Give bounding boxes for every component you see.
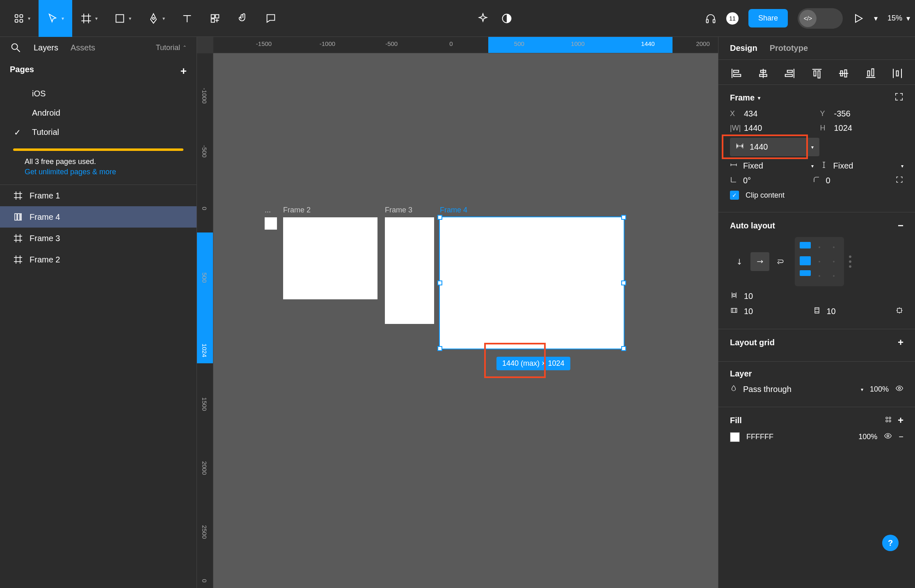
fill-swatch[interactable] <box>730 432 740 442</box>
add-layout-grid-button[interactable]: + <box>898 337 904 348</box>
headphones-icon[interactable] <box>705 13 716 24</box>
radius-input[interactable]: 0 <box>813 176 889 185</box>
align-vcenter-icon[interactable] <box>837 67 850 77</box>
blend-mode-dropdown[interactable]: Pass through▾ <box>730 385 863 394</box>
page-item-android[interactable]: Android <box>0 103 197 123</box>
hand-tool-button[interactable] <box>229 0 257 37</box>
alignment-grid[interactable] <box>795 237 844 286</box>
layer-frame-3[interactable]: Frame 3 <box>0 228 197 249</box>
layer-frame-4[interactable]: Frame 4 <box>0 206 197 228</box>
shape-tool-button[interactable]: ▾ <box>106 0 140 37</box>
padding-h-input[interactable]: 10 <box>730 306 806 317</box>
align-bottom-icon[interactable] <box>865 67 877 77</box>
height-input[interactable]: H1024 <box>820 123 904 133</box>
resources-button[interactable] <box>201 0 229 37</box>
present-button[interactable] <box>853 13 864 24</box>
frame-label[interactable]: ... <box>265 206 271 214</box>
resize-to-fit-icon[interactable] <box>894 92 904 103</box>
width-input[interactable]: |W|1440 <box>730 123 814 133</box>
resize-handle-w[interactable] <box>437 280 442 285</box>
visibility-icon[interactable] <box>895 384 904 394</box>
h-resize-dropdown[interactable]: Fixed▾ <box>730 161 814 171</box>
svg-rect-48 <box>818 71 820 78</box>
individual-corners-icon[interactable] <box>895 175 904 186</box>
gap-input[interactable]: 10 <box>730 291 814 301</box>
canvas-frame-4[interactable]: Frame 4 <box>440 217 624 349</box>
y-input[interactable]: Y-356 <box>820 109 904 119</box>
resize-handle-sw[interactable] <box>437 346 442 351</box>
comment-icon <box>265 13 277 24</box>
zoom-dropdown[interactable]: 15%▾ <box>888 14 910 23</box>
tab-assets[interactable]: Assets <box>71 43 95 52</box>
frame-tool-button[interactable]: ▾ <box>72 0 106 37</box>
resize-handle-nw[interactable] <box>437 215 442 220</box>
frame-type-dropdown[interactable]: Frame <box>730 93 755 103</box>
resize-handle-se[interactable] <box>621 346 626 351</box>
avatar[interactable]: 11 <box>726 12 739 25</box>
tab-prototype[interactable]: Prototype <box>770 43 808 53</box>
direction-wrap[interactable] <box>771 252 790 271</box>
contrast-icon[interactable] <box>501 13 512 24</box>
rotation-input[interactable]: 0° <box>730 176 806 185</box>
comment-tool-button[interactable] <box>257 0 285 37</box>
fill-opacity-input[interactable]: 100% <box>858 433 877 441</box>
direction-vertical[interactable] <box>730 252 749 271</box>
auto-layout-title: Auto layout <box>730 221 775 230</box>
layer-frame-2[interactable]: Frame 2 <box>0 249 197 270</box>
blend-icon <box>730 385 737 394</box>
frame-label[interactable]: Frame 2 <box>283 206 311 214</box>
page-dropdown[interactable]: Tutorial ⌃ <box>156 43 187 52</box>
upsell-link[interactable]: Get unlimited pages & more <box>25 168 172 176</box>
text-tool-button[interactable] <box>173 0 201 37</box>
align-hcenter-icon[interactable] <box>757 67 769 77</box>
radius-icon <box>813 176 820 185</box>
chevron-down-icon[interactable]: ▾ <box>874 14 878 23</box>
resize-handle-e[interactable] <box>621 280 626 285</box>
align-top-icon[interactable] <box>811 67 823 77</box>
remove-autolayout-button[interactable]: − <box>898 220 904 231</box>
direction-horizontal[interactable] <box>750 252 769 271</box>
add-page-button[interactable]: + <box>181 65 187 77</box>
cursor-icon <box>47 13 58 24</box>
page-item-ios[interactable]: iOS <box>0 84 197 103</box>
main-menu-button[interactable]: ▾ <box>5 0 39 37</box>
x-input[interactable]: X434 <box>730 109 814 119</box>
help-button[interactable]: ? <box>882 535 899 551</box>
frame-label[interactable]: Frame 4 <box>440 206 467 214</box>
layer-opacity-input[interactable]: 100% <box>870 385 889 394</box>
tab-layers[interactable]: Layers <box>34 43 58 52</box>
frame-label[interactable]: Frame 3 <box>385 206 412 214</box>
fill-hex-input[interactable]: FFFFFF <box>746 433 773 441</box>
svg-rect-44 <box>787 71 793 73</box>
add-fill-button[interactable]: + <box>898 415 904 426</box>
clip-content-checkbox[interactable]: ✓ <box>730 191 739 200</box>
canvas-frame-3[interactable]: Frame 3 <box>385 217 434 324</box>
align-left-icon[interactable] <box>730 67 742 77</box>
canvas[interactable]: ... Frame 2 Frame 3 Frame 4 1440 (max) ×… <box>213 53 718 588</box>
fill-styles-icon[interactable] <box>885 416 892 425</box>
devmode-toggle[interactable]: </> <box>798 8 843 29</box>
canvas-area: -1500 -1000 -500 0 500 1000 1440 2000 -1… <box>197 37 718 588</box>
autolayout-settings-button[interactable] <box>849 255 851 268</box>
page-item-tutorial[interactable]: Tutorial <box>0 123 197 142</box>
share-button[interactable]: Share <box>748 9 788 27</box>
canvas-frame-1[interactable]: ... <box>265 217 277 230</box>
resize-handle-ne[interactable] <box>621 215 626 220</box>
padding-v-input[interactable]: 10 <box>813 306 889 317</box>
svg-point-9 <box>153 17 155 19</box>
distribute-icon[interactable] <box>891 67 904 77</box>
sparkle-icon[interactable] <box>477 13 489 24</box>
individual-padding-icon[interactable] <box>895 306 904 317</box>
layer-frame-1[interactable]: Frame 1 <box>0 185 197 206</box>
search-icon[interactable] <box>10 42 21 53</box>
tab-design[interactable]: Design <box>730 43 757 53</box>
move-tool-button[interactable]: ▾ <box>39 0 72 37</box>
max-width-input[interactable]: 1440 ▾ <box>730 138 819 156</box>
visibility-icon[interactable] <box>884 432 892 442</box>
align-right-icon[interactable] <box>784 67 796 77</box>
v-resize-dropdown[interactable]: Fixed▾ <box>820 161 904 171</box>
remove-fill-button[interactable]: − <box>899 432 904 442</box>
canvas-frame-2[interactable]: Frame 2 <box>283 217 377 299</box>
chevron-down-icon[interactable]: ▾ <box>811 144 814 150</box>
pen-tool-button[interactable]: ▾ <box>140 0 173 37</box>
